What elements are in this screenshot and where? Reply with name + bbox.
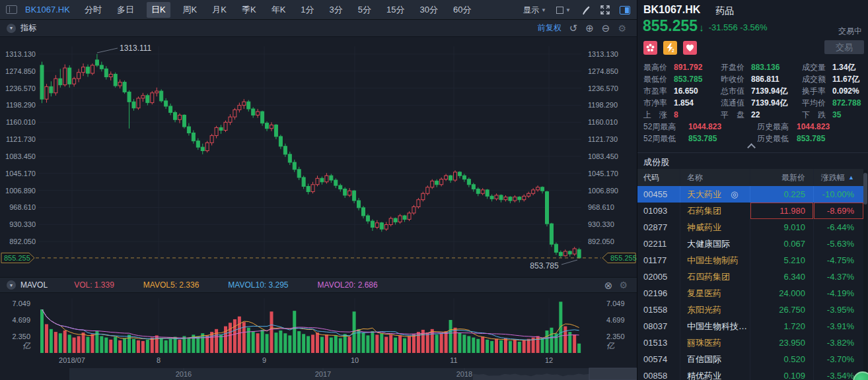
tab-季K[interactable]: 季K [239, 2, 259, 18]
candle-style-dropdown[interactable] [556, 7, 571, 14]
tab-日K[interactable]: 日K [147, 2, 170, 18]
column-price[interactable]: 最新价 [750, 169, 813, 186]
table-row-01177[interactable]: 01177中国生物制药5.210-4.75% [637, 252, 863, 269]
stock-price-cell: 0.109 [750, 367, 813, 380]
svg-text:1274.850: 1274.850 [5, 67, 36, 75]
svg-text:1313.111: 1313.111 [120, 44, 152, 53]
table-row-08037[interactable]: 08037中国生物科技服务1.720-3.91% [637, 318, 863, 334]
indicator-label[interactable]: 指标 [20, 22, 36, 34]
stock-price: 26.750 [779, 305, 805, 315]
tab-3分[interactable]: 3分 [327, 2, 345, 18]
stock-change: -3.91% [827, 321, 854, 331]
stat-cell: 52周最高1044.823 [643, 121, 757, 133]
stock-name-cell: 中国生物制药 [680, 252, 750, 269]
fullscreen-icon[interactable] [600, 5, 610, 15]
trade-button[interactable]: 交易 [824, 40, 864, 54]
tab-分时[interactable]: 分时 [82, 2, 104, 18]
volume-collapse-icon[interactable] [7, 280, 16, 290]
volume-legend-item: MAVOL10: 3.295 [228, 280, 288, 290]
table-row-02005[interactable]: 02005石四药集团6.340-4.37% [637, 269, 863, 285]
svg-text:2018/07: 2018/07 [59, 356, 85, 364]
svg-text:892.050: 892.050 [9, 238, 36, 245]
zoom-in-icon[interactable] [585, 23, 594, 33]
stat-cell: 历史最低853.785 [757, 133, 865, 144]
table-row-00455[interactable]: 00455天大药业0.225-10.00% [637, 186, 863, 203]
svg-text:1006.890: 1006.890 [5, 187, 36, 195]
stock-price: 23.950 [779, 338, 805, 348]
column-name[interactable]: 名称 [680, 169, 750, 186]
tab-年K[interactable]: 年K [269, 2, 289, 18]
stock-code: 01558 [637, 305, 680, 315]
svg-text:1198.290: 1198.290 [588, 101, 618, 109]
sort-ascending-icon [848, 174, 854, 181]
table-row-02196[interactable]: 02196复星医药24.000-4.19% [637, 285, 863, 301]
forward-adjust-link[interactable]: 前复权 [538, 22, 561, 34]
locate-target-icon[interactable] [731, 189, 738, 199]
candlestick-chart[interactable]: 1313.1301313.1301274.8501274.8501236.570… [0, 0, 637, 380]
volume-legend-item: MAVOL5: 2.336 [143, 280, 199, 290]
scrollbar-thumb[interactable] [863, 173, 867, 205]
quote-panel: BK1067.HK 药品 855.255 -31.556 -3.56% 交易中 [637, 0, 868, 380]
svg-text:1160.010: 1160.010 [6, 118, 36, 126]
volume-legend-item: VOL: 1.339 [74, 280, 114, 290]
volume-indicator-label[interactable]: MAVOL [20, 280, 48, 290]
table-row-01558[interactable]: 01558东阳光药26.750-3.95% [637, 301, 863, 318]
chevron-down-icon [541, 7, 546, 13]
stat-label: 平 盘 [721, 110, 751, 121]
stat-value: 891.792 [674, 63, 702, 72]
collapse-stats-icon[interactable] [747, 143, 756, 152]
stock-name: 石四药集团 [687, 271, 730, 283]
svg-text:930.330: 930.330 [588, 220, 614, 228]
table-scrollbar[interactable] [863, 170, 867, 380]
drawing-brush-icon[interactable] [581, 5, 591, 15]
layout-icon[interactable] [6, 5, 17, 14]
column-code[interactable]: 代码 [637, 172, 680, 183]
table-row-00574[interactable]: 00574百信国际0.520-3.70% [637, 351, 863, 367]
svg-text:4.699: 4.699 [12, 316, 30, 324]
close-icon[interactable] [604, 280, 613, 290]
navigator-selection[interactable] [589, 368, 637, 380]
column-change[interactable]: 涨跌幅 [813, 169, 863, 186]
range-navigator[interactable]: 201620172018 [69, 368, 637, 380]
display-dropdown[interactable]: 显示 [523, 5, 546, 16]
table-row-02877[interactable]: 02877神威药业9.010-6.44% [637, 219, 863, 236]
svg-text:1274.850: 1274.850 [588, 67, 618, 75]
zoom-out-icon[interactable] [602, 23, 610, 33]
stat-label: 成交量 [802, 62, 832, 73]
table-row-01513[interactable]: 01513丽珠医药23.950-3.82% [637, 334, 863, 351]
stat-cell: 成交量1.34亿 [802, 62, 865, 73]
gear-icon[interactable] [618, 24, 626, 33]
stat-value: 1044.823 [797, 122, 830, 131]
indicator-collapse-icon[interactable] [7, 24, 16, 33]
stock-name-cell: 天大药业 [680, 186, 750, 203]
stat-value: 886.811 [751, 75, 779, 84]
tab-周K[interactable]: 周K [180, 2, 200, 18]
toggle-side-panel-icon[interactable] [620, 6, 630, 15]
tab-5分[interactable]: 5分 [355, 2, 374, 18]
tab-多日[interactable]: 多日 [114, 2, 137, 18]
stock-code: 02196 [637, 288, 680, 298]
svg-text:1198.290: 1198.290 [6, 101, 36, 109]
tab-15分[interactable]: 15分 [384, 2, 407, 18]
svg-text:2.350: 2.350 [606, 332, 625, 340]
tab-1分[interactable]: 1分 [298, 2, 316, 18]
tab-月K[interactable]: 月K [209, 2, 229, 18]
table-row-01093[interactable]: 01093石药集团11.980-8.69% [637, 203, 863, 219]
toolbar-right-controls: 显示 [523, 0, 630, 20]
stock-change-cell: -3.70% [813, 351, 863, 367]
stat-cell: 流通值7139.94亿 [721, 98, 802, 109]
table-row-00858[interactable]: 00858精优药业0.109-3.54% [637, 367, 863, 380]
svg-text:1313.130: 1313.130 [5, 50, 36, 58]
table-row-02211[interactable]: 02211大健康国际0.067-5.63% [637, 236, 863, 252]
tab-30分[interactable]: 30分 [417, 2, 440, 18]
stock-name: 神威药业 [687, 222, 721, 234]
tab-60分[interactable]: 60分 [451, 2, 474, 18]
svg-text:1121.730: 1121.730 [588, 135, 618, 143]
stock-change: -4.19% [827, 288, 854, 298]
gear-icon[interactable] [619, 280, 628, 290]
stock-name-cell: 大健康国际 [680, 236, 750, 252]
down-arrow-icon [699, 22, 704, 34]
chart-symbol[interactable]: BK1067.HK [25, 5, 70, 15]
undo-icon[interactable] [569, 23, 578, 33]
svg-text:2016: 2016 [176, 370, 192, 378]
